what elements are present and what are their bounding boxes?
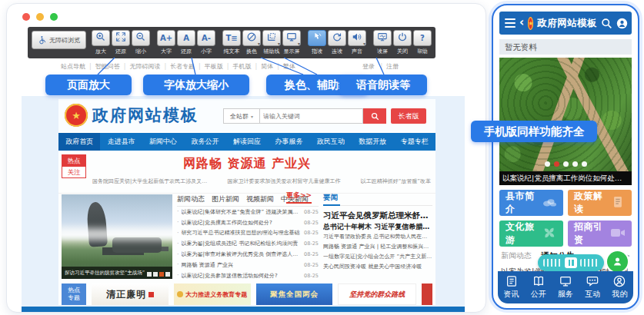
carousel-dot[interactable] (153, 272, 158, 277)
news-list-item[interactable]: · 以案为鉴|党组成员违纪 书记和纪检组长均须问责 08-25 (177, 238, 319, 249)
topic-banner[interactable]: 坚持党的群众路线 (338, 284, 416, 305)
mobile-tile[interactable]: 政策解读 (568, 190, 632, 216)
carousel-dot[interactable] (572, 161, 578, 167)
topic-banner-clipped[interactable] (422, 284, 432, 305)
toolbar-button[interactable]: 声音 (347, 30, 367, 55)
top-news-item[interactable]: 习近平看望政协委员 总书记和劳动人民在一起 (323, 232, 432, 242)
news-list-item[interactable]: · 以案说纪|党员参加迷信教活动如何处分? 08-25 (177, 270, 319, 281)
quick-link[interactable]: 手机版 (223, 63, 252, 70)
site-logo[interactable]: ★ 政府网站模板 (65, 104, 199, 127)
carousel-dot[interactable] (563, 161, 569, 167)
toolbar-button[interactable]: 连读 (327, 30, 347, 55)
toolbar-button[interactable]: 辅助线 (262, 30, 282, 55)
headline-sublink[interactable]: 以工匠精神抓好“放管服”改革 (361, 177, 431, 185)
mobile-carousel-photo[interactable] (499, 58, 632, 171)
nav-item[interactable]: 数据开放 (352, 133, 393, 151)
quick-link[interactable]: 平板版 (195, 63, 223, 70)
tab-news[interactable]: 新闻动态 (501, 250, 532, 261)
news-list-item[interactable]: · 网路畅 资源通 产业兴 08-25 (177, 260, 319, 270)
headline-link[interactable]: 网路畅 资源通 产业兴 (58, 156, 435, 172)
bottom-nav-item[interactable]: 服务 (552, 271, 579, 303)
toolbar-button[interactable]: ? 帮助 (412, 30, 432, 55)
mobile-tile[interactable]: 招商引资 (568, 220, 632, 247)
toolbar-button[interactable]: A 还原 (176, 30, 196, 55)
bottom-nav-item[interactable]: 公开 (525, 271, 552, 303)
close-window-button[interactable] (22, 13, 30, 21)
elder-version-button[interactable]: 长者版 (391, 108, 426, 124)
quick-link[interactable]: 无障碍阅读 (120, 63, 161, 70)
minimize-window-button[interactable] (36, 13, 44, 21)
toolbar-button[interactable]: 指读 (307, 30, 327, 55)
toolbar-button[interactable]: 放大 (91, 30, 111, 55)
news-tab[interactable]: 新闻动态 (177, 194, 205, 206)
top-news-item[interactable]: 总书记十年树木 习近平复信希腊学者 (323, 221, 432, 232)
mobile-carousel-caption[interactable]: 以案说纪|党员擅离工作岗位如何处… (499, 171, 632, 185)
top-news-item[interactable]: 一组数字见证|党小组会怎么开 “共产主义新思想” (323, 252, 432, 262)
window-controls[interactable] (22, 13, 58, 21)
carousel-dot[interactable] (582, 161, 587, 167)
topic-banner[interactable]: 清正廉明 (92, 284, 169, 305)
search-button[interactable] (363, 108, 386, 124)
bottom-nav-item[interactable]: 资讯 (498, 271, 525, 303)
news-list-item[interactable]: · 以案说纪|集体研究不是“免责金牌” 违规决策属实将被… 08-25 (177, 207, 319, 217)
news-more-link[interactable]: 更多>> (286, 191, 312, 204)
search-input[interactable] (260, 108, 363, 124)
headline-sublink[interactable]: 国务院回应关切|大学生起薪低于农民工涉及又… (92, 177, 207, 185)
accessibility-mode-button[interactable]: 无障碍浏览 (32, 31, 86, 49)
nav-item[interactable]: 新闻中心 (142, 133, 184, 151)
top-news-item[interactable]: 网路畅 资源通 产业兴 | 轻工业调整和振兴规划 (323, 242, 432, 252)
login-link[interactable]: 登录 (362, 63, 375, 70)
toolbar-button[interactable]: A+ 大字 (156, 30, 176, 55)
bottom-nav-item[interactable]: 我的 (606, 271, 633, 303)
nav-item[interactable]: 办事服务 (268, 133, 309, 151)
nav-item[interactable]: 专题专栏 (394, 133, 435, 151)
news-list-item[interactable]: · 以案说纪|党员擅离工作岗位如何处分? 08-25 (177, 217, 319, 228)
back-icon[interactable]: ‹ (519, 17, 524, 28)
toolbar-button[interactable]: 还原 (111, 30, 131, 55)
register-link[interactable]: 注册 (377, 63, 399, 70)
news-tab[interactable]: 图片新闻 (212, 194, 239, 206)
menu-icon[interactable] (505, 18, 516, 28)
audio-reader-pill[interactable] (538, 254, 604, 271)
search-icon[interactable] (601, 18, 612, 29)
pause-icon[interactable] (565, 257, 577, 268)
top-news-tab[interactable]: 要闻 (323, 193, 432, 206)
voice-assistant-button[interactable] (607, 251, 628, 272)
news-list-item[interactable]: · 以案为鉴|审查对象被评为优秀党员 倒查评选人被问责 08-25 (177, 249, 319, 260)
nav-item[interactable]: 政务公开 (184, 133, 225, 151)
top-news-item[interactable]: 习近平会见俄罗斯总理米舒斯京 (323, 210, 432, 221)
toolbar-button[interactable]: T≡ 纯文本 (222, 30, 242, 55)
toolbar-button[interactable]: A- 小字 (196, 30, 216, 55)
toolbar-button[interactable]: 换色 (242, 30, 262, 55)
mobile-tile[interactable]: 文化旅游 (499, 220, 563, 247)
photo-carousel[interactable]: 探访习近平牵挂的脱贫攻坚“主战场” (62, 194, 172, 279)
user-icon[interactable] (616, 18, 628, 29)
news-tab[interactable]: 视频新闻 (246, 194, 274, 206)
toolbar-button[interactable]: 显示屏 (282, 30, 302, 55)
carousel-dot[interactable] (165, 272, 170, 277)
nav-item[interactable]: 解读回应 (226, 133, 268, 151)
carousel-dot[interactable] (147, 272, 152, 277)
quick-link[interactable]: 长者专题 (160, 63, 195, 70)
toolbar-button[interactable]: 缩小 (131, 30, 151, 55)
topic-banner[interactable]: 聚焦全国两会 (256, 284, 333, 305)
toolbar-button[interactable]: 读屏 (372, 30, 392, 55)
headline-sublink[interactable]: 国家卫计委要求加强关爱农村留守儿童健康工作 (228, 177, 341, 185)
nav-item[interactable]: 走进县市 (100, 133, 142, 151)
topic-banner[interactable]: 大力推进义务教育专题 (174, 284, 251, 305)
quick-link[interactable]: 智能问答 (85, 63, 120, 70)
nav-item[interactable]: 政府首页 (58, 133, 100, 151)
carousel-dot[interactable] (545, 161, 550, 167)
carousel-dot[interactable] (554, 161, 559, 167)
quick-link[interactable]: 简体 (252, 63, 274, 70)
bottom-nav-item[interactable]: 互动 (579, 271, 606, 303)
carousel-dot[interactable] (159, 272, 164, 277)
quick-link[interactable]: 繁体 (273, 63, 295, 70)
toolbar-button[interactable]: 关闭 (392, 30, 412, 55)
mobile-tile[interactable]: 县市简介 (499, 190, 563, 216)
maximize-window-button[interactable] (50, 13, 58, 21)
quick-link[interactable]: 站点导航 (61, 63, 85, 70)
nav-item[interactable]: 政民互动 (310, 133, 352, 151)
news-list-item[interactable]: · 研究习近平总书记精准扶贫思想的理论与理念基础 08-25 (177, 228, 319, 239)
top-news-item[interactable]: 关心民间投资冷暖 就是关心中国经济冷暖 (323, 262, 432, 272)
